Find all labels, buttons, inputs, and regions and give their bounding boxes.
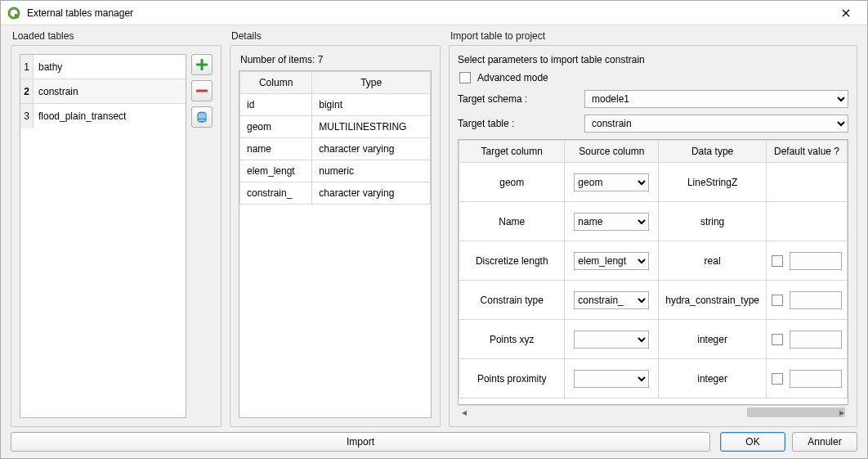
details-col-name: constrain_ [240,182,312,205]
details-col-name: name [240,138,312,160]
map-target-col: Points proximity [459,359,565,398]
details-table: Column Type idbigint geomMULTILINESTRING… [239,70,432,418]
loaded-table-name: constrain [34,79,186,103]
details-header-column[interactable]: Column [240,72,312,94]
scroll-left-arrow[interactable]: ◂ [458,406,471,418]
details-col-name: geom [240,116,312,138]
map-default-input[interactable] [790,331,842,349]
close-button[interactable] [830,2,862,25]
scroll-thumb[interactable] [747,407,845,417]
map-row: Constrain type constrain_ hydra_constrai… [459,281,848,320]
column-mapping-table: Target column Source column Data type De… [458,139,848,405]
map-default-input[interactable] [790,370,842,388]
details-row[interactable]: namecharacter varying [240,138,431,160]
map-target-col: Discretize length [459,241,565,281]
details-col-type: character varying [312,138,431,160]
window-title: External tables manager [27,7,830,19]
scroll-right-arrow[interactable]: ▸ [835,406,848,418]
loaded-table-row[interactable]: 3 flood_plain_transect [20,104,186,128]
loaded-table-row[interactable]: 1 bathy [20,55,186,79]
dialog-button-row: Import OK Annuler [11,432,857,452]
map-row: Points proximity integer [459,359,848,398]
details-header-type[interactable]: Type [312,72,431,94]
map-datatype: hydra_constrain_type [659,281,767,320]
horizontal-scrollbar[interactable]: ◂ ▸ [458,405,848,418]
details-col-name: id [240,94,312,116]
map-default-checkbox[interactable] [772,255,783,267]
dialog-body: Loaded tables 1 bathy 2 constrain 3 [1,25,867,458]
map-default-checkbox[interactable] [772,334,783,345]
map-row: Discretize length elem_lengt real [459,241,848,281]
map-source-select[interactable] [574,370,649,388]
cancel-button[interactable]: Annuler [792,432,857,452]
details-item-count: Number of items: 7 [239,54,432,65]
target-schema-label: Target schema : [458,93,576,105]
map-default-checkbox[interactable] [772,295,783,306]
map-target-col: Name [459,202,565,241]
loaded-tables-title: Loaded tables [11,30,221,42]
advanced-mode-checkbox[interactable] [459,72,471,83]
ok-button[interactable]: OK [720,432,785,452]
map-target-col: Points xyz [459,320,565,359]
map-source-select[interactable]: geom [574,173,649,191]
map-datatype: real [659,241,767,281]
map-header-source[interactable]: Source column [565,141,659,163]
target-table-select[interactable]: constrain [584,115,848,133]
map-datatype: integer [659,359,767,398]
loaded-table-index: 3 [20,104,34,128]
map-target-col: geom [459,163,565,202]
remove-table-button[interactable] [191,80,213,101]
map-header-datatype[interactable]: Data type [659,141,767,163]
target-table-label: Target table : [458,118,576,129]
map-source-select[interactable] [574,331,649,349]
external-tables-manager-window: External tables manager Loaded tables 1 … [0,0,868,459]
advanced-mode-label: Advanced mode [477,72,548,83]
map-header-default[interactable]: Default value ? [767,141,848,163]
loaded-table-name: bathy [34,55,186,79]
map-default-checkbox[interactable] [772,373,783,385]
details-title: Details [230,30,441,42]
details-row[interactable]: geomMULTILINESTRING [240,116,431,138]
qgis-icon [7,7,20,20]
map-row: Name name string [459,202,848,241]
details-col-type: character varying [312,182,431,205]
details-row[interactable]: idbigint [240,94,431,116]
map-source-select[interactable]: name [574,213,649,231]
map-datatype: integer [659,320,767,359]
svg-rect-1 [15,14,19,18]
loaded-table-index: 1 [20,55,34,79]
details-row[interactable]: elem_lengtnumeric [240,160,431,182]
map-source-select[interactable]: elem_lengt [574,252,649,270]
add-table-button[interactable] [191,54,213,75]
map-row: Points xyz integer [459,320,848,359]
import-button[interactable]: Import [11,432,710,452]
titlebar: External tables manager [1,1,867,25]
map-header-target[interactable]: Target column [459,141,565,163]
map-row: geom geom LineStringZ [459,163,848,202]
details-col-type: bigint [312,94,431,116]
details-col-type: numeric [312,160,431,182]
loaded-table-name: flood_plain_transect [34,104,186,128]
map-source-select[interactable]: constrain_ [574,291,649,309]
details-col-type: MULTILINESTRING [312,116,431,138]
loaded-table-row[interactable]: 2 constrain [20,79,186,104]
details-col-name: elem_lengt [240,160,312,182]
map-default-input[interactable] [790,252,842,270]
target-schema-select[interactable]: modele1 [584,90,848,108]
map-datatype: string [659,202,767,241]
import-intro-text: Select parameters to import table constr… [458,54,848,65]
import-title: Import table to project [449,30,857,42]
loaded-table-index: 2 [20,79,34,103]
map-default-input[interactable] [790,291,842,309]
loaded-tables-list[interactable]: 1 bathy 2 constrain 3 flood_plain_transe… [20,54,186,418]
details-row[interactable]: constrain_character varying [240,182,431,205]
map-target-col: Constrain type [459,281,565,320]
map-datatype: LineStringZ [659,163,767,202]
database-button[interactable] [191,106,213,128]
